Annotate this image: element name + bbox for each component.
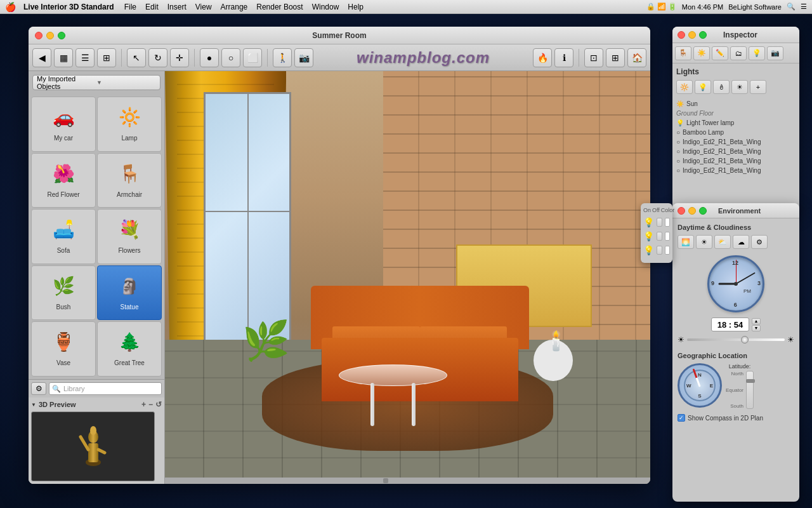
time-decrement-button[interactable]: ▼ — [752, 325, 761, 331]
view-3d-button[interactable]: ⊞ — [606, 48, 625, 67]
indigo-lamp-1[interactable]: ○ Indigo_Ed2_R1_Beta_Wing — [676, 137, 796, 147]
door-tool[interactable]: ⬜ — [243, 48, 262, 67]
inspector-btn-sun[interactable]: ☀️ — [693, 46, 710, 60]
rotate-tool[interactable]: ↻ — [148, 48, 167, 67]
inspector-maximize[interactable] — [699, 31, 707, 39]
menu-insert[interactable]: Insert — [167, 3, 187, 11]
object-item-vase[interactable]: Vase — [31, 321, 96, 377]
zoom-out-button[interactable]: − — [148, 400, 153, 409]
indigo-lamp-2[interactable]: ○ Indigo_Ed2_R1_Beta_Wing — [676, 147, 796, 156]
object-item-sofa[interactable]: Sofa — [31, 209, 96, 264]
person-tool[interactable]: 🚶 — [273, 48, 292, 67]
view-2d-button[interactable]: ⊡ — [584, 48, 603, 67]
object-item-my-car[interactable]: My car — [31, 97, 96, 152]
inspector-btn-camera[interactable]: 📷 — [767, 46, 783, 60]
menu-arrange[interactable]: Arrange — [221, 3, 248, 11]
env-btn-sunrise[interactable]: 🌅 — [678, 235, 694, 249]
floor-view-button[interactable]: ⊞ — [97, 48, 116, 67]
vase-icon — [53, 331, 75, 352]
fire-tool[interactable]: 🔥 — [533, 48, 552, 67]
tree-icon — [119, 331, 141, 352]
env-btn-cloudy[interactable]: ⛅ — [714, 235, 731, 249]
floor-list-button[interactable]: ☰ — [75, 48, 95, 67]
preview-label: 3D Preview — [39, 401, 76, 408]
env-toolbar: 🌅 ☀ ⛅ ☁ ⚙ — [678, 235, 794, 249]
app-name[interactable]: Live Interior 3D Standard — [23, 3, 114, 11]
room-tool[interactable]: ○ — [221, 48, 240, 67]
preview-section: ▼ 3D Preview + − ↺ — [29, 398, 164, 484]
info-tool[interactable]: ℹ — [554, 48, 573, 67]
object-item-bush[interactable]: Bush — [31, 265, 96, 321]
light-btn-1[interactable]: 🔆 — [676, 80, 693, 94]
draw-tool[interactable]: ● — [200, 48, 219, 67]
view-home-button[interactable]: 🏠 — [627, 48, 646, 67]
window-maximize-button[interactable] — [58, 32, 65, 39]
settings-button[interactable]: ⚙ — [31, 382, 46, 395]
menu-edit[interactable]: Edit — [145, 3, 159, 11]
svg-rect-1 — [88, 443, 98, 462]
zoom-in-button[interactable]: + — [141, 400, 146, 409]
zoom-reset-button[interactable]: ↺ — [155, 400, 162, 409]
light-btn-add[interactable]: + — [750, 80, 766, 94]
move-tool[interactable]: ✛ — [170, 48, 189, 67]
light-tower-lamp[interactable]: 💡 Light Tower lamp — [676, 118, 796, 128]
inspector-minimize[interactable] — [688, 31, 696, 39]
view-scrollbar[interactable] — [165, 478, 650, 484]
back-button[interactable]: ◀ — [32, 48, 51, 67]
brightness-slider-thumb[interactable] — [741, 336, 749, 344]
light-color-3[interactable] — [665, 246, 671, 255]
object-category-dropdown[interactable]: My Imported Objects ▼ — [32, 75, 160, 90]
light-color-1[interactable] — [665, 218, 671, 227]
menu-help[interactable]: Help — [348, 3, 363, 11]
env-close[interactable] — [678, 207, 685, 215]
latitude-slider[interactable] — [746, 371, 754, 409]
scrollbar-thumb[interactable] — [383, 478, 388, 483]
window-close-button[interactable] — [35, 32, 43, 39]
camera-tool[interactable]: 📷 — [294, 48, 313, 67]
menu-window[interactable]: Window — [312, 3, 339, 11]
env-btn-overcast[interactable]: ☁ — [733, 235, 749, 249]
inspector-close[interactable] — [678, 31, 685, 39]
collapse-icon[interactable]: ▼ — [31, 402, 36, 408]
library-search-field[interactable]: 🔍 Library — [49, 382, 162, 395]
floor-plan-2d-button[interactable]: ▦ — [54, 48, 73, 67]
light-btn-3[interactable]: 🕯 — [713, 80, 730, 94]
object-item-armchair[interactable]: Armchair — [97, 153, 162, 208]
menu-extras-icon[interactable]: ☰ — [801, 3, 807, 11]
dropdown-label: My Imported Objects — [37, 75, 96, 90]
window-minimize-button[interactable] — [46, 32, 54, 39]
latitude-thumb[interactable] — [746, 379, 755, 383]
env-btn-day[interactable]: ☀ — [696, 235, 712, 249]
brightness-slider[interactable] — [687, 338, 785, 341]
object-item-lamp[interactable]: Lamp — [97, 97, 162, 152]
inspector-btn-furniture[interactable]: 🪑 — [675, 46, 691, 60]
env-minimize[interactable] — [688, 207, 696, 215]
light-on-toggle-3[interactable] — [657, 246, 662, 255]
light-color-2[interactable] — [665, 232, 671, 241]
env-btn-custom[interactable]: ⚙ — [751, 235, 768, 249]
indigo-lamp-3[interactable]: ○ Indigo_Ed2_R1_Beta_Wing — [676, 156, 796, 166]
menu-file[interactable]: File — [124, 3, 136, 11]
light-on-toggle-2[interactable] — [657, 232, 662, 241]
menu-renderbost[interactable]: Render Boost — [256, 3, 303, 11]
object-item-red-flower[interactable]: Red Flower — [31, 153, 96, 208]
time-increment-button[interactable]: ▲ — [752, 318, 761, 324]
light-on-toggle-1[interactable] — [657, 218, 662, 227]
menu-view[interactable]: View — [195, 3, 212, 11]
object-item-flowers[interactable]: Flowers — [97, 209, 162, 264]
object-item-statue[interactable]: Statue — [97, 265, 162, 321]
inspector-btn-edit[interactable]: ✏️ — [712, 46, 728, 60]
select-tool[interactable]: ↖ — [127, 48, 146, 67]
show-compass-checkbox[interactable]: ✓ — [678, 414, 685, 422]
inspector-btn-texture[interactable]: 🗂 — [730, 46, 747, 60]
object-item-great-tree[interactable]: Great Tree — [97, 321, 162, 377]
bamboo-lamp[interactable]: ○ Bamboo Lamp — [676, 128, 796, 137]
light-btn-4[interactable]: ☀ — [731, 80, 748, 94]
apple-menu[interactable]: 🍎 — [5, 2, 16, 12]
indigo-lamp-4[interactable]: ○ Indigo_Ed2_R1_Beta_Wing — [676, 166, 796, 175]
env-maximize[interactable] — [699, 207, 707, 215]
light-btn-2[interactable]: 💡 — [695, 80, 711, 94]
inspector-btn-bulb[interactable]: 💡 — [749, 46, 765, 60]
time-input[interactable] — [711, 318, 749, 331]
search-icon[interactable]: 🔍 — [787, 3, 796, 11]
